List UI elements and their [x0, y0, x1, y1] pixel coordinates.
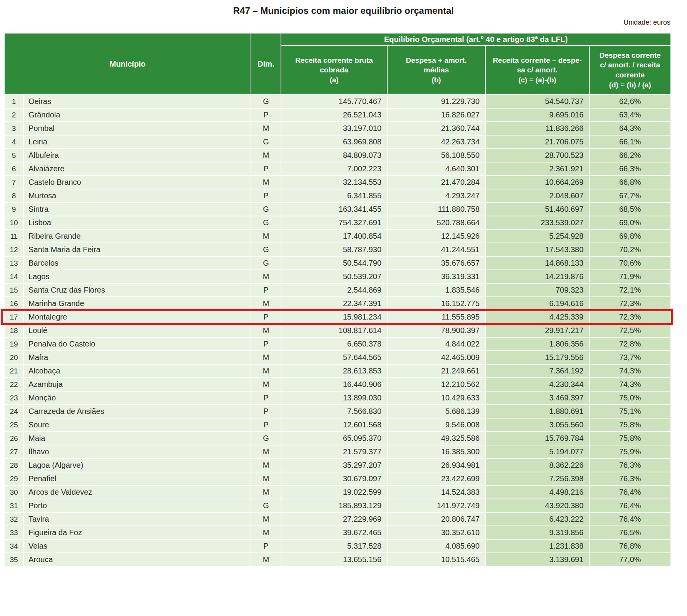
cell-ratio-pct: 76,5%: [589, 526, 671, 539]
cell-dim: M: [251, 122, 281, 135]
cell-dim: M: [251, 459, 281, 472]
cell-receita-corrente: 7.566.830: [281, 405, 387, 418]
cell-receita-corrente: 2.544.869: [281, 283, 387, 297]
header-col-b: Despesa + amort. médias (b): [387, 45, 485, 95]
cell-ratio-pct: 72,3%: [589, 297, 671, 310]
cell-rank: 1: [4, 95, 23, 108]
cell-ratio-pct: 72,8%: [589, 337, 671, 351]
table-row: 8MurtosaP6.341.8554.293.2472.048.60767,7…: [4, 189, 671, 203]
cell-receita-corrente: 65.095.370: [281, 432, 387, 445]
cell-receita-menos-despesa: 7.256.398: [485, 472, 589, 485]
cell-rank: 11: [4, 229, 23, 243]
cell-receita-corrente: 57.644.565: [281, 351, 387, 364]
cell-receita-corrente: 754.327.691: [281, 216, 387, 229]
cell-municipio: Velas: [23, 539, 251, 553]
cell-receita-menos-despesa: 2.048.607: [485, 189, 589, 203]
cell-receita-menos-despesa: 9.319.856: [485, 526, 589, 539]
header-municipio: Município: [4, 33, 251, 95]
cell-despesa-amort: 20.806.747: [387, 512, 485, 526]
cell-ratio-pct: 72,3%: [589, 310, 671, 324]
cell-municipio: Figueira da Foz: [23, 526, 251, 539]
cell-ratio-pct: 66,1%: [589, 135, 671, 149]
cell-despesa-amort: 49.325.586: [387, 432, 485, 445]
cell-rank: 5: [4, 149, 23, 162]
cell-municipio: Penafiel: [23, 472, 251, 485]
cell-ratio-pct: 77,0%: [589, 553, 671, 566]
cell-ratio-pct: 75,9%: [589, 445, 671, 459]
cell-municipio: Lagoa (Algarve): [23, 459, 251, 472]
cell-rank: 14: [4, 270, 23, 283]
cell-rank: 31: [4, 499, 23, 512]
cell-receita-menos-despesa: 9.695.016: [485, 108, 589, 122]
cell-rank: 19: [4, 337, 23, 351]
cell-municipio: Oeiras: [23, 95, 251, 108]
table-row: 31PortoG185.893.129141.972.74943.920.380…: [4, 499, 671, 512]
cell-ratio-pct: 76,3%: [589, 472, 671, 485]
cell-despesa-amort: 36.319.331: [387, 270, 485, 283]
cell-receita-corrente: 50.544.790: [281, 256, 387, 270]
table-row: 6AlvaiázereP7.002.2234.640.3012.361.9216…: [4, 162, 671, 176]
cell-despesa-amort: 16.152.775: [387, 297, 485, 310]
cell-municipio: Castelo Branco: [23, 176, 251, 189]
cell-receita-menos-despesa: 1.880.691: [485, 405, 589, 418]
cell-dim: M: [251, 149, 281, 162]
cell-dim: M: [251, 270, 281, 283]
cell-dim: M: [251, 485, 281, 499]
cell-ratio-pct: 76,3%: [589, 459, 671, 472]
cell-municipio: Alcobaça: [23, 364, 251, 378]
cell-rank: 2: [4, 108, 23, 122]
page-title: R47 – Municípios com maior equilíbrio or…: [0, 5, 687, 16]
cell-ratio-pct: 66,2%: [589, 149, 671, 162]
cell-despesa-amort: 21.249.661: [387, 364, 485, 378]
cell-municipio: Monção: [23, 391, 251, 405]
cell-despesa-amort: 12.145.926: [387, 229, 485, 243]
cell-dim: G: [251, 243, 281, 256]
cell-rank: 17: [4, 310, 23, 324]
cell-receita-corrente: 30.679.097: [281, 472, 387, 485]
cell-receita-corrente: 6.650.378: [281, 337, 387, 351]
cell-dim: M: [251, 324, 281, 337]
cell-receita-corrente: 163.341.455: [281, 203, 387, 216]
cell-municipio: Arouca: [23, 553, 251, 566]
cell-municipio: Ílhavo: [23, 445, 251, 459]
table-row: 21AlcobaçaM28.613.85321.249.6617.364.192…: [4, 364, 671, 378]
cell-receita-menos-despesa: 1.806.356: [485, 337, 589, 351]
cell-receita-menos-despesa: 14.868.133: [485, 256, 589, 270]
table-row: 9SintraG163.341.455111.880.75851.460.697…: [4, 203, 671, 216]
cell-despesa-amort: 16.826.027: [387, 108, 485, 122]
cell-ratio-pct: 70,6%: [589, 256, 671, 270]
cell-ratio-pct: 69,8%: [589, 229, 671, 243]
cell-dim: P: [251, 405, 281, 418]
cell-municipio: Grândola: [23, 108, 251, 122]
cell-receita-menos-despesa: 11.836.266: [485, 122, 589, 135]
cell-despesa-amort: 41.244.551: [387, 243, 485, 256]
cell-receita-corrente: 27.229.969: [281, 512, 387, 526]
cell-rank: 30: [4, 485, 23, 499]
cell-municipio: Pombal: [23, 122, 251, 135]
table-row: 30Arcos de ValdevezM19.022.59914.524.383…: [4, 485, 671, 499]
cell-receita-corrente: 50.539.207: [281, 270, 387, 283]
cell-rank: 3: [4, 122, 23, 135]
cell-rank: 21: [4, 364, 23, 378]
cell-receita-menos-despesa: 14.219.876: [485, 270, 589, 283]
cell-ratio-pct: 76,4%: [589, 485, 671, 499]
cell-ratio-pct: 69,0%: [589, 216, 671, 229]
cell-receita-menos-despesa: 5.254.928: [485, 229, 589, 243]
cell-municipio: Carrazeda de Ansiães: [23, 405, 251, 418]
cell-receita-corrente: 39.672.465: [281, 526, 387, 539]
cell-ratio-pct: 76,4%: [589, 512, 671, 526]
cell-ratio-pct: 75,0%: [589, 391, 671, 405]
cell-ratio-pct: 64,3%: [589, 122, 671, 135]
cell-municipio: Sintra: [23, 203, 251, 216]
table-row: 20MafraM57.644.56542.465.00915.179.55673…: [4, 351, 671, 364]
cell-dim: M: [251, 526, 281, 539]
cell-dim: P: [251, 539, 281, 553]
cell-dim: G: [251, 256, 281, 270]
cell-rank: 10: [4, 216, 23, 229]
cell-receita-menos-despesa: 4.425.339: [485, 310, 589, 324]
table-row: 32TaviraM27.229.96920.806.7476.423.22276…: [4, 512, 671, 526]
cell-despesa-amort: 12.210.562: [387, 378, 485, 391]
cell-despesa-amort: 141.972.749: [387, 499, 485, 512]
cell-dim: P: [251, 391, 281, 405]
cell-municipio: Azambuja: [23, 378, 251, 391]
